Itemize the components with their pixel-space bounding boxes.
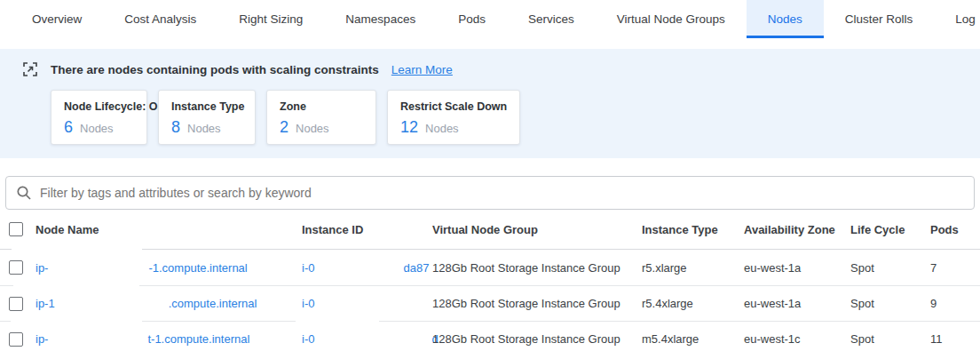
- col-virtual-node-group: Virtual Node Group: [432, 223, 642, 236]
- learn-more-link[interactable]: Learn More: [391, 63, 453, 76]
- virtual-node-group-cell: 128Gb Root Storage Instance Group: [432, 332, 642, 346]
- constraint-cards: Node Lifecycle: On Demand 6 Nodes Instan…: [51, 90, 959, 145]
- card-count: 6: [64, 118, 73, 137]
- col-instance-type: Instance Type: [642, 223, 744, 236]
- instance-type-cell: m5.4xlarge: [642, 332, 744, 346]
- redaction-patch: [13, 284, 139, 288]
- card-title: Instance Type: [171, 100, 242, 113]
- tab-label: Virtual Node Groups: [617, 12, 725, 26]
- pods-cell: 9: [930, 297, 980, 310]
- row-checkbox[interactable]: [9, 260, 23, 275]
- row-checkbox[interactable]: [9, 332, 23, 347]
- tab-namespaces[interactable]: Namespaces: [324, 0, 437, 38]
- tab-label: Right Sizing: [239, 12, 303, 26]
- banner-message: There are nodes containing pods with sca…: [51, 63, 379, 76]
- instance-type-cell: r5.4xlarge: [642, 297, 744, 310]
- card-title: Node Lifecycle: On Demand: [64, 100, 134, 113]
- redaction-patch: [12, 248, 142, 251]
- tab-label: Nodes: [768, 12, 802, 26]
- tab-label: Cluster Rolls: [845, 12, 913, 26]
- card-title: Zone: [280, 100, 363, 113]
- col-availability-zone: Availability Zone: [744, 223, 850, 236]
- virtual-node-group-cell: 128Gb Root Storage Instance Group: [432, 297, 642, 310]
- search-input[interactable]: [40, 186, 964, 200]
- table-row: ip--1.compute.internal i-0da87 128Gb Roo…: [0, 250, 980, 285]
- card-count: 8: [171, 118, 180, 137]
- row-checkbox[interactable]: [9, 297, 23, 311]
- virtual-node-group-cell: 128Gb Root Storage Instance Group: [432, 261, 642, 275]
- availability-zone-cell: eu-west-1c: [744, 332, 850, 346]
- select-all-checkbox[interactable]: [9, 222, 23, 236]
- constraint-card-zone[interactable]: Zone 2 Nodes: [266, 90, 376, 145]
- instance-type-cell: r5.xlarge: [642, 261, 744, 275]
- redaction-patch: [11, 320, 142, 323]
- pods-cell: 11: [930, 332, 980, 346]
- life-cycle-cell: Spot: [850, 297, 930, 310]
- tab-log[interactable]: Log: [934, 0, 980, 38]
- life-cycle-cell: Spot: [850, 261, 930, 275]
- tab-label: Namespaces: [345, 12, 415, 26]
- tab-services[interactable]: Services: [507, 0, 596, 38]
- availability-zone-cell: eu-west-1a: [744, 297, 850, 310]
- col-life-cycle: Life Cycle: [850, 223, 930, 236]
- tab-virtual-node-groups[interactable]: Virtual Node Groups: [596, 0, 747, 38]
- col-instance-id: Instance ID: [302, 223, 432, 236]
- constraint-card-instance-type[interactable]: Instance Type 8 Nodes: [158, 90, 256, 145]
- table-header: Node Name Instance ID Virtual Node Group…: [0, 210, 980, 250]
- constraint-card-restrict-scale-down[interactable]: Restrict Scale Down 12 Nodes: [387, 90, 520, 145]
- search-bar: [5, 176, 975, 210]
- table-row: ip-t-1.compute.internal i-0d 128Gb Root …: [0, 321, 980, 356]
- tab-label: Log: [955, 12, 976, 26]
- availability-zone-cell: eu-west-1a: [744, 261, 850, 275]
- node-name-link[interactable]: ip--1.compute.internal: [36, 261, 248, 275]
- instance-id-link[interactable]: i-0: [302, 297, 403, 310]
- card-count: 2: [280, 118, 288, 137]
- tab-bar: Overview Cost Analysis Right Sizing Name…: [0, 0, 980, 38]
- redaction-patch: [296, 320, 379, 323]
- tab-label: Cost Analysis: [124, 12, 196, 26]
- tab-cluster-rolls[interactable]: Cluster Rolls: [824, 0, 935, 38]
- instance-id-link[interactable]: i-0d: [302, 332, 439, 346]
- tab-label: Services: [528, 12, 574, 26]
- table-body: ip--1.compute.internal i-0da87 128Gb Roo…: [0, 250, 980, 356]
- card-unit: Nodes: [80, 122, 114, 135]
- col-pods: Pods: [930, 223, 980, 236]
- instance-id-link[interactable]: i-0da87: [302, 261, 429, 275]
- search-icon: [16, 185, 32, 201]
- node-name-link[interactable]: ip-1.compute.internal: [36, 297, 257, 310]
- tab-pods[interactable]: Pods: [437, 0, 507, 38]
- table-row: ip-1.compute.internal i-0 128Gb Root Sto…: [0, 285, 980, 321]
- nodes-table: Node Name Instance ID Virtual Node Group…: [0, 210, 980, 356]
- tab-label: Overview: [32, 12, 82, 26]
- pods-cell: 7: [930, 261, 980, 275]
- card-unit: Nodes: [187, 122, 221, 135]
- tab-label: Pods: [458, 12, 486, 26]
- tab-overview[interactable]: Overview: [11, 0, 103, 38]
- tab-nodes[interactable]: Nodes: [747, 0, 824, 38]
- tab-right-sizing[interactable]: Right Sizing: [217, 0, 324, 38]
- card-title: Restrict Scale Down: [400, 100, 507, 113]
- constraint-card-node-lifecycle-on-demand[interactable]: Node Lifecycle: On Demand 6 Nodes: [51, 90, 147, 145]
- tab-cost-analysis[interactable]: Cost Analysis: [103, 0, 217, 38]
- card-unit: Nodes: [425, 122, 459, 135]
- col-node-name: Node Name: [36, 223, 302, 236]
- life-cycle-cell: Spot: [850, 332, 930, 346]
- scale-up-icon: [21, 60, 39, 78]
- card-count: 12: [400, 118, 418, 137]
- scaling-constraints-banner: There are nodes containing pods with sca…: [0, 49, 980, 158]
- card-unit: Nodes: [296, 122, 329, 135]
- node-name-link[interactable]: ip-t-1.compute.internal: [36, 332, 249, 346]
